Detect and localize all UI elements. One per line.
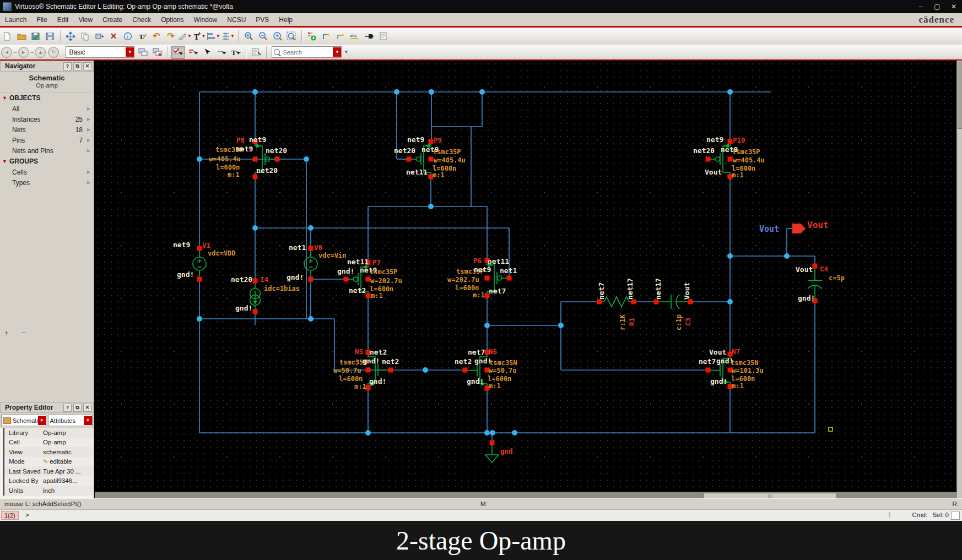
schematic-label[interactable]: m:1 — [354, 383, 366, 390]
schematic-label[interactable]: net2 — [349, 286, 366, 295]
create-label-icon[interactable]: abc — [348, 30, 361, 42]
schematic-label[interactable]: net17 — [654, 278, 662, 300]
pin-marker[interactable] — [309, 246, 314, 251]
navigator-help-icon[interactable]: ? — [63, 62, 72, 70]
open-folder-icon[interactable] — [15, 30, 28, 42]
pin-marker[interactable] — [490, 441, 495, 445]
schematic-label[interactable]: net20 — [266, 146, 287, 155]
create-instance-icon[interactable] — [305, 30, 318, 42]
pin-marker[interactable] — [309, 277, 314, 282]
output-pin-Vout-pin[interactable] — [792, 224, 806, 233]
menu-ncsu[interactable]: NCSU — [222, 14, 251, 25]
maximize-button[interactable]: ▢ — [929, 0, 945, 13]
schematic-label[interactable]: l=600n — [216, 164, 240, 171]
pin-marker[interactable] — [813, 264, 818, 269]
pin-marker[interactable] — [197, 277, 202, 282]
property-editor-header[interactable]: Property Editor ? ⧉ ✕ — [0, 402, 94, 413]
schematic-label[interactable]: V1 — [202, 241, 210, 249]
schematic-label[interactable]: tsmc35P — [370, 268, 398, 276]
schematic-label[interactable]: Vout — [705, 168, 722, 176]
schematic-label[interactable]: r:1K — [619, 314, 626, 330]
hier-select-icon[interactable] — [201, 46, 214, 58]
schematic-label[interactable]: l=600n — [339, 375, 363, 383]
menu-help[interactable]: Help — [274, 14, 298, 25]
schematic-label[interactable]: m:1 — [489, 382, 501, 390]
menu-edit[interactable]: Edit — [52, 14, 74, 25]
schematic-label[interactable]: P10 — [733, 136, 745, 144]
schematic-label[interactable]: net7 — [489, 287, 506, 295]
schematic-label[interactable]: net9 — [249, 135, 266, 144]
pin-marker[interactable] — [253, 157, 258, 162]
create-pin-icon[interactable] — [363, 30, 376, 42]
schematic-label[interactable]: I4 — [260, 275, 268, 284]
schematic-label[interactable]: w=405.4u — [733, 156, 765, 164]
pin-marker[interactable] — [366, 293, 371, 298]
navigator-float-icon[interactable]: ⧉ — [73, 62, 82, 70]
schematic-label[interactable]: N5 — [355, 347, 363, 356]
pe-tab-caret-icon[interactable]: ▼ — [84, 416, 92, 425]
zoom-in-icon[interactable] — [242, 30, 255, 42]
schematic-label[interactable]: net20 — [256, 166, 278, 175]
pe-row-mode[interactable]: Mode✎editable — [4, 457, 94, 467]
nav-item-all[interactable]: All▶ — [0, 104, 94, 114]
ruler-dropdown-icon[interactable]: ▼ — [179, 30, 192, 42]
property-editor-close-icon[interactable]: ✕ — [83, 404, 91, 412]
partial-select-icon[interactable] — [186, 46, 199, 58]
copy-icon[interactable] — [78, 30, 91, 42]
schematic-label[interactable]: net11 — [347, 258, 369, 266]
schematic-label[interactable]: tsmc35N — [731, 359, 759, 367]
combo-caret-icon[interactable]: ▼ — [126, 47, 134, 57]
nav-section-groups[interactable]: ▼GROUPS — [0, 156, 94, 167]
schematic-label[interactable]: Vout — [807, 220, 829, 230]
schematic-label[interactable]: net7 — [699, 357, 716, 366]
schematic-label[interactable]: net9 — [706, 135, 723, 144]
schematic-label[interactable]: m:1 — [228, 171, 240, 178]
schematic-label[interactable]: w=50.7u — [333, 367, 361, 374]
schematic-label[interactable]: gnd! — [369, 377, 386, 385]
pin-marker[interactable] — [366, 368, 371, 373]
filter-icon[interactable] — [250, 46, 263, 58]
text-tool-dropdown-icon[interactable]: T▼ — [193, 30, 206, 42]
workspace-combobox[interactable]: Basic ▼ — [66, 46, 134, 58]
pin-marker[interactable] — [463, 368, 468, 373]
ground-symbol[interactable] — [485, 443, 499, 463]
menu-view[interactable]: View — [73, 14, 98, 25]
zoom-area-icon[interactable] — [271, 30, 284, 42]
drag-select-icon[interactable] — [215, 46, 228, 58]
text-select-icon[interactable]: T — [229, 46, 242, 58]
redo-icon[interactable]: ↷ — [164, 30, 177, 42]
pe-scope-combobox[interactable]: Schemati ▼ — [1, 415, 46, 426]
schematic-label[interactable]: gnd! — [798, 294, 815, 302]
schematic-label[interactable]: w=405.4u — [209, 155, 241, 163]
pin-marker[interactable] — [507, 276, 512, 281]
schematic-label[interactable]: idc=Ibias — [264, 285, 300, 292]
schematic-label[interactable]: gnd! — [467, 377, 484, 385]
search-history-caret-icon[interactable]: ▼ — [344, 50, 348, 55]
schematic-label[interactable]: net20 — [693, 146, 715, 155]
schematic-label[interactable]: Vout — [709, 348, 726, 356]
select-mode-icon[interactable] — [171, 46, 185, 59]
info-icon[interactable]: i — [121, 30, 134, 42]
schematic-label[interactable]: R1 — [628, 318, 636, 326]
vertical-scrollbar[interactable] — [956, 61, 962, 498]
schematic-label[interactable]: Vout — [683, 282, 691, 300]
undo-icon[interactable]: ↶ — [150, 30, 163, 42]
minimize-button[interactable]: – — [912, 0, 929, 13]
schematic-label[interactable]: Vout — [796, 265, 813, 274]
pin-marker[interactable] — [275, 157, 280, 162]
schematic-label[interactable]: net20 — [231, 275, 252, 284]
nav-item-types[interactable]: Types▶ — [0, 177, 94, 188]
schematic-label[interactable]: P6 — [473, 257, 482, 265]
schematic-label[interactable]: N6 — [489, 347, 497, 356]
schematic-label[interactable]: tsmc35P — [732, 148, 760, 156]
menu-launch[interactable]: Launch — [0, 14, 31, 25]
pin-marker[interactable] — [197, 246, 202, 251]
nav-item-instances[interactable]: Instances25▶ — [0, 114, 94, 124]
nav-item-nets[interactable]: Nets18▶ — [0, 124, 94, 135]
schematic-label[interactable]: vdc=VDD — [208, 249, 236, 257]
nav-item-cells[interactable]: Cells▶ — [0, 167, 94, 177]
close-button[interactable]: ✕ — [945, 0, 962, 13]
schematic-label[interactable]: m:1 — [732, 171, 744, 179]
schematic-label[interactable]: w=101.3u — [732, 367, 764, 374]
schematic-label[interactable]: net7 — [468, 348, 485, 356]
